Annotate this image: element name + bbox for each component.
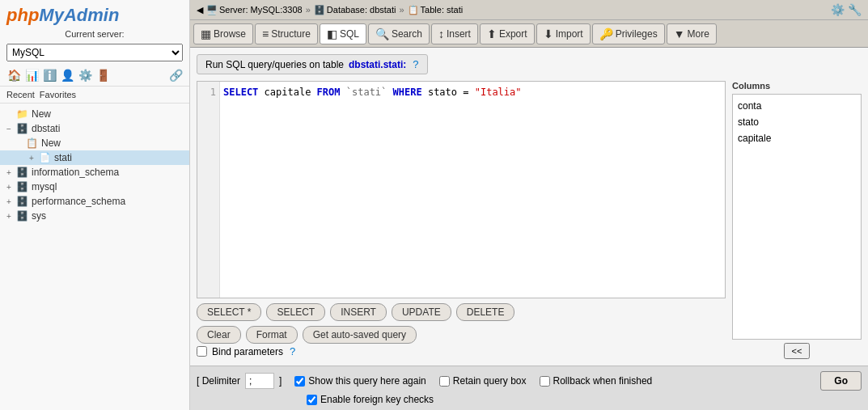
retain-query-label[interactable]: Retain query box [439, 375, 527, 387]
import-button[interactable]: ⬇ Import [536, 23, 591, 44]
structure-button[interactable]: ≡ Structure [255, 23, 318, 44]
tree-item-new-dbstati[interactable]: 📋 New [0, 136, 189, 150]
settings-icon[interactable]: ⚙️ [78, 68, 92, 82]
show-query-label[interactable]: Show this query here again [294, 375, 426, 387]
gear-icon[interactable]: 🔧 [848, 3, 862, 16]
sql-header: Run SQL query/queries on table dbstati.s… [197, 54, 862, 74]
link-icon[interactable]: 🔗 [168, 68, 183, 82]
foreign-key-label[interactable]: Enable foreign key checks [307, 394, 434, 405]
line-number-1: 1 [201, 85, 216, 99]
sql-header-text: Run SQL query/queries on table [205, 59, 344, 70]
show-query-checkbox[interactable] [294, 376, 305, 387]
table-icon: 📋 [408, 5, 419, 15]
line-numbers: 1 [197, 82, 220, 298]
delimiter-label: [ Delimiter [197, 375, 240, 387]
rollback-label[interactable]: Rollback when finished [540, 375, 653, 387]
insert-button[interactable]: ↕ Insert [431, 23, 478, 44]
expand-icon: + [6, 183, 16, 192]
browse-button[interactable]: ▦ Browse [193, 23, 253, 44]
status-icon[interactable]: ℹ️ [42, 68, 57, 82]
tree-item-mysql[interactable]: + 🗄️ mysql [0, 180, 189, 194]
more-label: More [688, 28, 709, 40]
select-star-button[interactable]: SELECT * [197, 303, 261, 321]
tree-label: New [41, 137, 61, 149]
server-select[interactable]: MySQL [6, 44, 183, 61]
db-icon: 🗄️ [16, 181, 28, 192]
privileges-button[interactable]: 🔑 Privileges [592, 23, 665, 44]
tree-item-stati[interactable]: + 📄 stati [0, 150, 189, 165]
go-button[interactable]: Go [820, 371, 862, 391]
help-icon[interactable]: ? [413, 58, 418, 70]
sql-icon[interactable]: 📊 [24, 68, 39, 82]
tree-item-information-schema[interactable]: + 🗄️ information_schema [0, 165, 189, 180]
bind-params-help-icon[interactable]: ? [290, 345, 295, 357]
home-icon[interactable]: 🏠 [6, 68, 21, 82]
column-item-stato[interactable]: stato [736, 114, 857, 130]
breadcrumb-arrow2: » [399, 5, 404, 15]
column-item-capitale[interactable]: capitale [736, 130, 857, 146]
delimiter-wrap: [ Delimiter ] [197, 373, 282, 389]
retain-query-checkbox[interactable] [439, 376, 450, 387]
tree-item-dbstati[interactable]: − 🗄️ dbstati [0, 121, 189, 136]
insert-sql-button[interactable]: INSERT [330, 303, 387, 321]
tree-item-sys[interactable]: + 🗄️ sys [0, 209, 189, 223]
breadcrumb-database[interactable]: 🗄️ Database: dbstati [314, 5, 396, 15]
back-arrow-icon[interactable]: ◀ [197, 5, 203, 15]
foreign-key-checkbox[interactable] [307, 395, 317, 405]
more-icon: ▼ [674, 27, 685, 40]
search-icon: 🔍 [375, 27, 389, 40]
exit-icon[interactable]: 🚪 [95, 68, 110, 82]
rollback-text: Rollback when finished [553, 375, 653, 387]
export-label: Export [499, 28, 527, 40]
sql-button[interactable]: ◧ SQL [320, 23, 366, 44]
format-button[interactable]: Format [246, 326, 298, 344]
breadcrumb-server[interactable]: 🖥️ Server: MySQL:3308 [206, 5, 303, 15]
update-button[interactable]: UPDATE [392, 303, 451, 321]
user-icon[interactable]: 👤 [60, 68, 74, 82]
tree-label: mysql [32, 181, 57, 192]
tree-label: New [32, 108, 51, 120]
show-query-text: Show this query here again [308, 375, 426, 387]
sql-main: 1 SELECT capitale FROM `stati` WHERE sta… [197, 81, 862, 359]
export-button[interactable]: ⬆ Export [480, 23, 535, 44]
breadcrumb-table[interactable]: 📋 Table: stati [408, 5, 464, 15]
sql-header-link[interactable]: dbstati.stati: [349, 59, 406, 70]
favorites-tab[interactable]: Favorites [40, 90, 76, 99]
clear-button[interactable]: Clear [197, 326, 241, 344]
db-icon: 🗄️ [16, 123, 28, 134]
tree-label: stati [54, 152, 72, 163]
more-button[interactable]: ▼ More [667, 23, 717, 44]
tree-item-new-root[interactable]: 📁 New [0, 107, 189, 121]
server-label: Current server: [0, 27, 189, 40]
expand-icon: + [6, 168, 16, 177]
recent-favorites: Recent Favorites [0, 87, 189, 104]
collapse-btn[interactable]: << [784, 343, 811, 359]
server-select-wrap: MySQL [0, 40, 189, 65]
expand-icon: + [6, 212, 16, 221]
delete-button[interactable]: DELETE [456, 303, 515, 321]
browse-label: Browse [214, 28, 246, 40]
rollback-checkbox[interactable] [540, 376, 550, 387]
expand-icon: − [6, 125, 16, 133]
delimiter-input[interactable] [245, 373, 274, 389]
top-navigation: ▦ Browse ≡ Structure ◧ SQL 🔍 Search ↕ In… [190, 20, 868, 48]
recent-tab[interactable]: Recent [6, 90, 35, 99]
insert-icon: ↕ [438, 27, 444, 40]
select-button[interactable]: SELECT [266, 303, 325, 321]
search-button[interactable]: 🔍 Search [368, 23, 430, 44]
settings-icon[interactable]: ⚙️ [831, 3, 845, 16]
bind-params-checkbox[interactable] [197, 346, 207, 357]
structure-label: Structure [271, 28, 311, 40]
bottom-row1: [ Delimiter ] Show this query here again… [197, 371, 862, 391]
browse-icon: ▦ [201, 27, 211, 40]
tree-item-performance-schema[interactable]: + 🗄️ performance_schema [0, 194, 189, 209]
sidebar-icons: 🏠 📊 ℹ️ 👤 ⚙️ 🚪 🔗 [0, 65, 189, 87]
column-item-conta[interactable]: conta [736, 98, 857, 114]
breadcrumb-table-text: Table: stati [421, 5, 464, 15]
sql-content: Run SQL query/queries on table dbstati.s… [190, 48, 868, 366]
sql-code-display[interactable]: SELECT capitale FROM `stati` WHERE stato… [220, 82, 725, 298]
privileges-icon: 🔑 [599, 27, 613, 40]
get-autosaved-button[interactable]: Get auto-saved query [303, 326, 417, 344]
import-icon: ⬇ [544, 27, 553, 40]
foreign-key-text: Enable foreign key checks [320, 394, 434, 405]
